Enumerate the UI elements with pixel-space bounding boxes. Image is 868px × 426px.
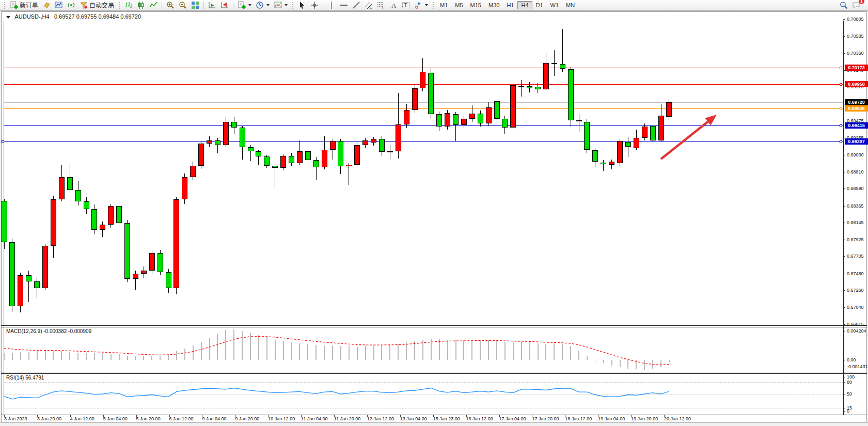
price-line-0.69636[interactable] <box>4 108 843 109</box>
macd-histogram-bar <box>644 360 645 370</box>
periods-button[interactable] <box>254 0 272 11</box>
macd-histogram-bar <box>193 345 194 360</box>
line-handle[interactable] <box>840 67 842 69</box>
macd-histogram-bar <box>538 343 539 360</box>
candle-wick <box>521 80 522 97</box>
price-tick-label: 0.67040 <box>847 305 864 310</box>
time-tick-label: 15 Jan 23:00 <box>433 416 460 421</box>
fibonacci-button[interactable]: F <box>375 0 387 11</box>
macd-histogram-bar <box>406 342 407 360</box>
price-tick-label: 0.67705 <box>847 254 864 259</box>
arrows-button[interactable] <box>412 0 430 11</box>
timeframe-button-m15[interactable]: M15 <box>467 1 485 9</box>
candle-body <box>330 141 336 149</box>
line-handle[interactable] <box>840 124 842 127</box>
candle-body <box>560 64 565 69</box>
hline-icon <box>340 1 348 9</box>
vline-icon <box>327 1 336 9</box>
macd-histogram-bar <box>307 344 308 360</box>
candle-body <box>478 114 483 123</box>
tile-windows-button[interactable] <box>189 0 201 11</box>
line-handle[interactable] <box>840 107 842 110</box>
price-line-0.69415[interactable] <box>4 125 843 126</box>
toolbar-grip[interactable] <box>118 2 120 9</box>
templates-button[interactable] <box>272 0 290 11</box>
candle-body <box>387 151 393 152</box>
horizontal-line-button[interactable] <box>338 0 350 11</box>
chart-shift-button[interactable] <box>218 0 231 11</box>
rsi-tick-mark <box>843 408 845 408</box>
timeframe-button-w1[interactable]: W1 <box>547 1 563 9</box>
new-order-button[interactable]: 新订单 <box>8 0 40 11</box>
toolbar-grip[interactable] <box>4 2 6 9</box>
timeframe-button-m30[interactable]: M30 <box>485 1 503 9</box>
macd-histogram-bar <box>69 352 70 360</box>
candlestick-chart-button[interactable] <box>135 0 147 11</box>
candle-body <box>42 246 48 288</box>
cursor-button[interactable] <box>296 0 308 11</box>
signals-button[interactable] <box>65 0 77 11</box>
toolbar-grip[interactable] <box>292 2 294 9</box>
bar-chart-button[interactable] <box>122 0 135 11</box>
auto-trading-button[interactable]: 自动交易 <box>77 0 116 11</box>
candle-body <box>510 85 516 128</box>
price-tick-label: 0.70805 <box>847 17 864 22</box>
auto-scroll-button[interactable] <box>206 0 218 11</box>
line-handle[interactable] <box>840 83 842 86</box>
rsi-panel-separator[interactable] <box>1 372 867 372</box>
time-tick-label: 19 Jan 04:00 <box>598 416 625 421</box>
crosshair-button[interactable] <box>308 0 321 11</box>
timeframe-button-m1[interactable]: M1 <box>436 1 451 9</box>
candle-body <box>26 275 31 281</box>
chevron-down-icon[interactable] <box>6 16 10 19</box>
line-handle[interactable] <box>840 140 842 143</box>
candle-body <box>420 72 425 89</box>
rsi-axis-label: 100 <box>847 374 855 380</box>
macd-histogram-bar <box>45 351 46 360</box>
toolbar-grip[interactable] <box>432 2 434 9</box>
zoom-out-button[interactable] <box>177 0 189 11</box>
candle-body <box>404 110 409 124</box>
dropdown-caret-icon <box>248 4 251 6</box>
mt4-terminal: 新订单自动交易EFATM1M5M15M30H1H4D1W1MN1 AUDUSD-… <box>0 0 868 426</box>
text-button[interactable]: A <box>387 0 400 11</box>
candle-body <box>51 199 56 246</box>
text-label-button[interactable]: T <box>400 0 412 11</box>
price-line-0.70173[interactable] <box>4 68 843 68</box>
equidistant-channel-button[interactable]: E <box>362 0 375 11</box>
timeframe-button-h4[interactable]: H4 <box>517 1 532 9</box>
price-label-0.69636: 0.69636 <box>845 105 868 112</box>
timeframe-button-d1[interactable]: D1 <box>532 1 547 9</box>
chart-ohlc-values: 0.69527 0.69755 0.69484 0.69720 <box>54 13 141 20</box>
macd-histogram-bar <box>447 340 448 360</box>
timeframe-button-h1[interactable]: H1 <box>503 1 517 9</box>
candle-body <box>461 119 467 125</box>
candle-wick <box>603 160 604 171</box>
macd-panel-separator[interactable] <box>1 325 867 326</box>
vertical-line-button[interactable] <box>325 0 338 11</box>
price-tick-label: 0.67925 <box>847 237 864 242</box>
trendline-icon <box>352 1 360 9</box>
price-tick-mark <box>843 155 845 155</box>
price-label-0.70173: 0.70173 <box>845 65 868 71</box>
trendline-button[interactable] <box>350 0 362 11</box>
gold-button[interactable] <box>40 0 53 11</box>
reports-button[interactable] <box>53 0 65 11</box>
timeframe-button-m5[interactable]: M5 <box>451 1 466 9</box>
line-chart-button[interactable] <box>147 0 160 11</box>
zoom-in-button[interactable] <box>164 0 177 11</box>
signal-icon <box>67 1 75 9</box>
notifications-button[interactable]: 1 <box>850 0 862 11</box>
timeframe-button-mn[interactable]: MN <box>562 1 578 9</box>
price-line-0.69207[interactable] <box>4 141 843 142</box>
macd-histogram-bar <box>111 354 112 360</box>
search-button[interactable] <box>838 0 850 11</box>
macd-histogram-bar <box>422 340 423 360</box>
label-icon: T <box>402 1 410 9</box>
indicators-button[interactable] <box>235 0 254 11</box>
macd-histogram-bar <box>12 353 13 360</box>
line-handle[interactable] <box>2 140 4 143</box>
candle-body <box>469 114 475 119</box>
candle-body <box>396 124 401 151</box>
candle-body <box>486 107 492 123</box>
